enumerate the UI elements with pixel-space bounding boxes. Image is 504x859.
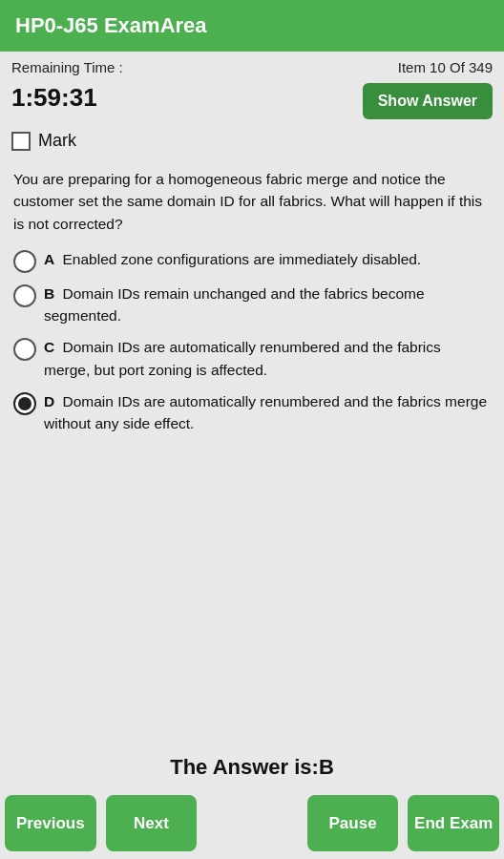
end-exam-button[interactable]: End Exam <box>408 795 499 851</box>
option-row-d[interactable]: D Domain IDs are automatically renumbere… <box>13 390 491 435</box>
mark-row: Mark <box>0 127 504 160</box>
option-text-c: C Domain IDs are automatically renumbere… <box>44 336 491 381</box>
radio-option-d[interactable] <box>13 392 36 415</box>
option-row-c[interactable]: C Domain IDs are automatically renumbere… <box>13 336 491 381</box>
mark-label: Mark <box>38 131 76 151</box>
timer-row: 1:59:31 Show Answer <box>0 79 504 127</box>
option-text-a: A Enabled zone configurations are immedi… <box>44 248 421 270</box>
answer-text: The Answer is:B <box>170 755 334 779</box>
option-letter-b: B <box>44 285 54 302</box>
option-row-a[interactable]: A Enabled zone configurations are immedi… <box>13 248 491 273</box>
nav-spacer <box>206 795 298 851</box>
radio-option-c[interactable] <box>13 338 36 361</box>
options-container: A Enabled zone configurations are immedi… <box>13 248 491 435</box>
answer-display: The Answer is:B <box>0 740 504 787</box>
remaining-label: Remaining Time : <box>11 59 123 75</box>
option-text-d: D Domain IDs are automatically renumbere… <box>44 390 491 435</box>
next-button[interactable]: Next <box>106 795 198 851</box>
radio-inner-d <box>18 397 32 410</box>
option-letter-d: D <box>44 393 54 409</box>
option-letter-c: C <box>44 339 54 355</box>
question-text: You are preparing for a homogeneous fabr… <box>13 168 491 235</box>
timer-display: 1:59:31 <box>11 83 97 113</box>
radio-option-a[interactable] <box>13 250 36 273</box>
radio-option-b[interactable] <box>13 284 36 307</box>
option-text-b: B Domain IDs remain unchanged and the fa… <box>44 283 491 327</box>
meta-row: Remaining Time : Item 10 Of 349 <box>0 52 504 79</box>
question-area: You are preparing for a homogeneous fabr… <box>0 160 504 740</box>
app-title: HP0-J65 ExamArea <box>15 13 207 37</box>
previous-button[interactable]: Previous <box>5 795 96 851</box>
option-letter-a: A <box>44 251 54 267</box>
option-row-b[interactable]: B Domain IDs remain unchanged and the fa… <box>13 283 491 327</box>
header: HP0-J65 ExamArea <box>0 0 504 52</box>
pause-button[interactable]: Pause <box>307 795 399 851</box>
bottom-nav: Previous Next Pause End Exam <box>0 787 504 859</box>
item-counter: Item 10 Of 349 <box>398 59 493 75</box>
mark-checkbox[interactable] <box>11 132 31 151</box>
show-answer-button[interactable]: Show Answer <box>363 83 493 119</box>
